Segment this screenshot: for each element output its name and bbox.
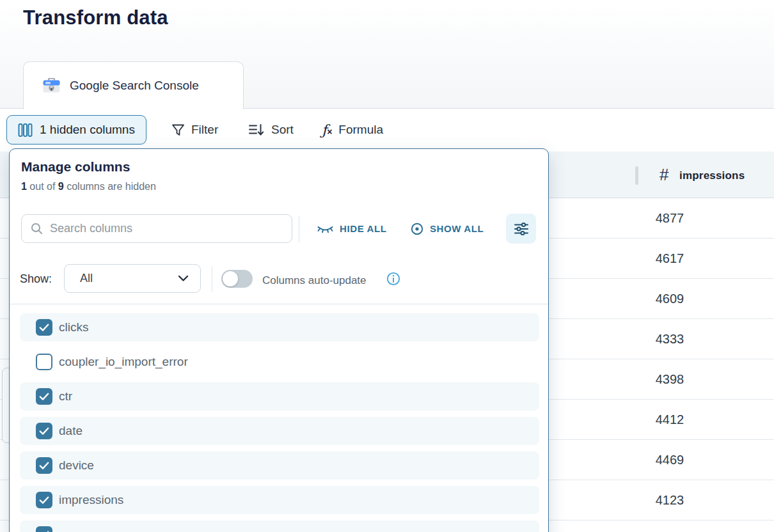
formula-icon: ƒ×: [322, 122, 332, 138]
column-list: clicks coupler_io_import_error ctr date: [20, 313, 539, 532]
column-row[interactable]: clicks: [20, 313, 539, 341]
table-cell-impressions[interactable]: 4333: [630, 332, 709, 347]
search-columns-box: [21, 214, 292, 243]
chevron-down-icon: [178, 275, 189, 282]
show-filter-select[interactable]: All: [64, 264, 201, 293]
checkbox-icon[interactable]: [36, 388, 52, 405]
column-resize-handle[interactable]: [635, 166, 638, 185]
filter-button[interactable]: Filter: [171, 115, 218, 145]
column-header-impressions[interactable]: impressions: [679, 169, 745, 182]
vertical-divider: [299, 215, 299, 242]
column-row[interactable]: device: [20, 451, 539, 480]
column-row[interactable]: date: [20, 417, 539, 445]
column-row[interactable]: coupler_io_import_error: [20, 348, 539, 376]
page-title: Transform data: [23, 6, 168, 29]
sort-label: Sort: [271, 123, 294, 137]
table-cell-impressions[interactable]: 4469: [630, 453, 709, 467]
search-columns-input[interactable]: [50, 222, 283, 235]
hidden-columns-label: 1 hidden columns: [40, 123, 135, 137]
column-row[interactable]: [20, 520, 539, 532]
columns-icon: [18, 123, 33, 137]
column-label: coupler_io_import_error: [59, 355, 188, 369]
popover-title: Manage columns: [21, 159, 130, 175]
tab-label: Google Search Console: [70, 79, 199, 93]
checkbox-icon[interactable]: [36, 457, 52, 474]
numeric-type-icon: #: [659, 165, 668, 185]
formula-button[interactable]: ƒ× Formula: [322, 115, 383, 145]
eye-icon: [410, 222, 424, 236]
columns-auto-update-label: Columns auto-update: [262, 274, 367, 287]
table-cell-impressions[interactable]: 4877: [630, 211, 709, 226]
toggle-knob: [223, 271, 238, 286]
hide-all-label: HIDE ALL: [340, 223, 386, 234]
popover-section-divider: [10, 304, 548, 304]
column-label: clicks: [59, 320, 88, 334]
google-search-console-icon: [43, 78, 60, 93]
table-cell-impressions[interactable]: 4412: [630, 412, 709, 427]
filter-icon: [171, 123, 185, 137]
sort-icon: [248, 123, 265, 137]
column-row[interactable]: ctr: [20, 382, 539, 411]
vertical-divider: [212, 266, 212, 292]
checkbox-icon[interactable]: [36, 354, 52, 370]
show-filter-label: Show:: [20, 272, 52, 286]
checkbox-icon[interactable]: [36, 319, 52, 336]
columns-auto-update-toggle[interactable]: [221, 270, 253, 288]
manage-columns-popover: Manage columns 1 out of 9 columns are hi…: [9, 148, 549, 532]
filter-label: Filter: [191, 123, 218, 137]
eye-off-icon: [317, 223, 334, 235]
table-cell-impressions[interactable]: 4398: [630, 372, 709, 387]
table-cell-impressions[interactable]: 4617: [630, 251, 709, 266]
tab-google-search-console[interactable]: Google Search Console: [23, 61, 244, 109]
column-settings-button[interactable]: [506, 214, 536, 244]
sliders-icon: [513, 221, 530, 237]
column-label: impressions: [59, 493, 123, 507]
column-row[interactable]: impressions: [20, 486, 539, 514]
checkbox-icon[interactable]: [36, 423, 52, 439]
table-cell-impressions[interactable]: 4123: [630, 493, 709, 508]
hide-all-button[interactable]: HIDE ALL: [317, 214, 386, 243]
column-label: date: [59, 424, 83, 438]
show-all-label: SHOW ALL: [430, 223, 484, 234]
show-all-button[interactable]: SHOW ALL: [410, 214, 484, 243]
hidden-columns-button[interactable]: 1 hidden columns: [6, 115, 146, 145]
column-label: device: [59, 458, 94, 473]
checkbox-icon[interactable]: [36, 492, 52, 508]
sort-button[interactable]: Sort: [248, 115, 294, 145]
info-icon[interactable]: [386, 272, 400, 286]
search-icon: [31, 223, 43, 235]
checkbox-icon[interactable]: [36, 526, 52, 532]
formula-label: Formula: [338, 123, 383, 137]
show-filter-value: All: [80, 272, 178, 285]
popover-subtitle: 1 out of 9 columns are hidden: [21, 181, 156, 192]
table-cell-impressions[interactable]: 4609: [630, 292, 709, 306]
column-label: ctr: [59, 389, 72, 403]
